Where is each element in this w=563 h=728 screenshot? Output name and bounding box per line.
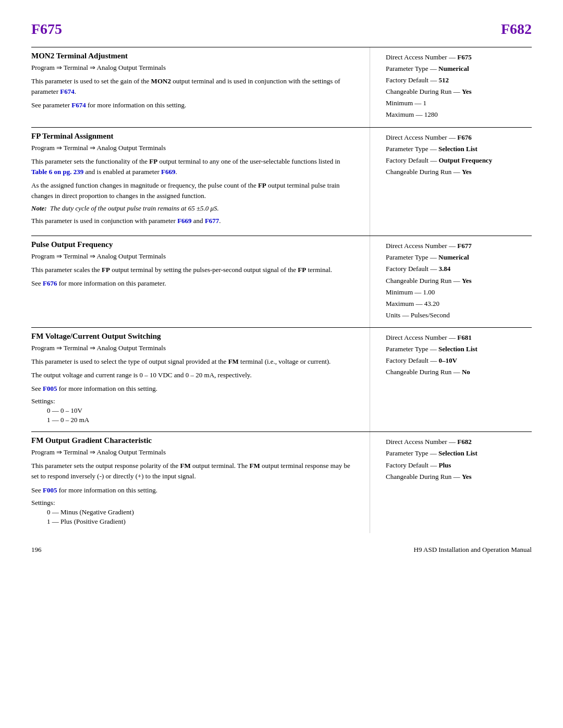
minimum-value: 1.00 bbox=[423, 288, 435, 296]
page: F675 F682 MON2 Terminal AdjustmentProgra… bbox=[0, 0, 563, 728]
param-type-label: Parameter Type — bbox=[386, 65, 438, 72]
section-subtitle-fmgradient: Program ⇒ Terminal ⇒ Analog Output Termi… bbox=[31, 448, 354, 456]
param-type-label: Parameter Type — bbox=[386, 345, 438, 353]
body-para-fmgradient-0: This parameter sets the output response … bbox=[31, 461, 354, 482]
section-pulse: Pulse Output FrequencyProgram ⇒ Terminal… bbox=[31, 236, 532, 327]
section-title-fmgradient: FM Output Gradient Characteristic bbox=[31, 436, 354, 445]
factory-default-label: Factory Default — bbox=[386, 156, 438, 164]
header-left: F675 bbox=[31, 21, 62, 38]
settings-item-fmgradient-0: 0 — Minus (Negative Gradient) bbox=[47, 508, 354, 516]
section-right-pulse: Direct Access Number — F677Parameter Typ… bbox=[370, 236, 532, 327]
footer-manual-title: H9 ASD Installation and Operation Manual bbox=[414, 546, 532, 554]
section-fp: FP Terminal AssignmentProgram ⇒ Terminal… bbox=[31, 127, 532, 236]
body-para-fm-2: See F005 for more information on this se… bbox=[31, 384, 354, 394]
settings-label-fmgradient: Settings: bbox=[31, 499, 354, 507]
section-right-fp: Direct Access Number — F676Parameter Typ… bbox=[370, 128, 532, 236]
direct-access-label: Direct Access Number — bbox=[386, 334, 457, 341]
direct-access-label: Direct Access Number — bbox=[386, 133, 457, 141]
section-mon2: MON2 Terminal AdjustmentProgram ⇒ Termin… bbox=[31, 47, 532, 127]
factory-default-label: Factory Default — bbox=[386, 356, 438, 364]
section-subtitle-mon2: Program ⇒ Terminal ⇒ Analog Output Termi… bbox=[31, 64, 354, 72]
factory-default-label: Factory Default — bbox=[386, 76, 438, 84]
direct-access-value: F676 bbox=[457, 133, 471, 141]
changeable-run-label: Changeable During Run — bbox=[386, 368, 462, 376]
factory-default-value: 512 bbox=[438, 76, 449, 84]
changeable-run-value: Yes bbox=[462, 473, 472, 480]
maximum-label: Maximum — bbox=[386, 110, 424, 118]
body-para-fm-1: The output voltage and current range is … bbox=[31, 370, 354, 380]
body-para-fp-3: This parameter is used in conjunction wi… bbox=[31, 216, 354, 226]
changeable-run-value: No bbox=[462, 368, 470, 376]
body-para-mon2-0: This parameter is used to set the gain o… bbox=[31, 76, 354, 97]
param-type-value: Numerical bbox=[438, 253, 469, 261]
body-para-fmgradient-1: See F005 for more information on this se… bbox=[31, 485, 354, 496]
changeable-run-value: Yes bbox=[462, 277, 472, 285]
param-type-label: Parameter Type — bbox=[386, 145, 438, 153]
page-header: F675 F682 bbox=[31, 21, 532, 38]
section-title-fm: FM Voltage/Current Output Switching bbox=[31, 332, 354, 341]
section-title-pulse: Pulse Output Frequency bbox=[31, 240, 354, 249]
param-type-label: Parameter Type — bbox=[386, 253, 438, 261]
changeable-run-value: Yes bbox=[462, 168, 472, 176]
body-para-fp-0: This parameter sets the functionality of… bbox=[31, 156, 354, 177]
changeable-run-label: Changeable During Run — bbox=[386, 88, 462, 95]
factory-default-label: Factory Default — bbox=[386, 265, 438, 273]
direct-access-label: Direct Access Number — bbox=[386, 438, 457, 446]
changeable-run-value: Yes bbox=[462, 88, 472, 95]
param-type-label: Parameter Type — bbox=[386, 449, 438, 457]
settings-label-fm: Settings: bbox=[31, 397, 354, 405]
minimum-label: Minimum — bbox=[386, 288, 423, 296]
param-type-value: Selection List bbox=[438, 345, 478, 353]
changeable-run-label: Changeable During Run — bbox=[386, 473, 462, 480]
factory-default-value: 0–10V bbox=[438, 356, 457, 364]
factory-default-value: Output Frequency bbox=[438, 156, 492, 164]
footer-page-number: 196 bbox=[31, 546, 42, 554]
direct-access-value: F677 bbox=[457, 242, 471, 250]
note-line-fp-2: Note: The duty cycle of the output pulse… bbox=[31, 204, 354, 213]
param-type-value: Selection List bbox=[438, 145, 478, 153]
section-right-fmgradient: Direct Access Number — F682Parameter Typ… bbox=[370, 432, 532, 533]
direct-access-label: Direct Access Number — bbox=[386, 53, 457, 61]
body-para-pulse-1: See F676 for more information on this pa… bbox=[31, 278, 354, 289]
section-fmgradient: FM Output Gradient CharacteristicProgram… bbox=[31, 431, 532, 533]
body-para-mon2-1: See parameter F674 for more information … bbox=[31, 100, 354, 110]
factory-default-label: Factory Default — bbox=[386, 461, 438, 469]
section-subtitle-pulse: Program ⇒ Terminal ⇒ Analog Output Termi… bbox=[31, 252, 354, 261]
factory-default-value: Plus bbox=[438, 461, 451, 469]
section-fm: FM Voltage/Current Output SwitchingProgr… bbox=[31, 327, 532, 431]
section-title-mon2: MON2 Terminal Adjustment bbox=[31, 52, 354, 60]
factory-default-value: 3.84 bbox=[438, 265, 450, 273]
body-para-fp-1: As the assigned function changes in magn… bbox=[31, 180, 354, 201]
header-right: F682 bbox=[501, 21, 532, 38]
direct-access-value: F681 bbox=[457, 334, 471, 341]
minimum-label: Minimum — bbox=[386, 99, 423, 107]
direct-access-label: Direct Access Number — bbox=[386, 242, 457, 250]
changeable-run-label: Changeable During Run — bbox=[386, 168, 462, 176]
minimum-value: 1 bbox=[423, 99, 427, 107]
section-left-pulse: Pulse Output FrequencyProgram ⇒ Terminal… bbox=[31, 236, 370, 327]
section-right-fm: Direct Access Number — F681Parameter Typ… bbox=[370, 328, 532, 431]
body-para-fm-0: This parameter is used to select the typ… bbox=[31, 356, 354, 367]
section-title-fp: FP Terminal Assignment bbox=[31, 132, 354, 141]
section-left-fm: FM Voltage/Current Output SwitchingProgr… bbox=[31, 328, 370, 431]
section-left-mon2: MON2 Terminal AdjustmentProgram ⇒ Termin… bbox=[31, 47, 370, 127]
direct-access-value: F682 bbox=[457, 438, 471, 446]
section-subtitle-fm: Program ⇒ Terminal ⇒ Analog Output Termi… bbox=[31, 344, 354, 352]
param-type-value: Selection List bbox=[438, 449, 478, 457]
section-left-fp: FP Terminal AssignmentProgram ⇒ Terminal… bbox=[31, 128, 370, 236]
settings-item-fm-0: 0 — 0 – 10V bbox=[47, 406, 354, 415]
section-left-fmgradient: FM Output Gradient CharacteristicProgram… bbox=[31, 432, 370, 533]
maximum-value: 43.20 bbox=[424, 300, 439, 307]
section-right-mon2: Direct Access Number — F675Parameter Typ… bbox=[370, 47, 532, 127]
direct-access-value: F675 bbox=[457, 53, 471, 61]
maximum-label: Maximum — bbox=[386, 300, 424, 307]
changeable-run-label: Changeable During Run — bbox=[386, 277, 462, 285]
units-value: Pulses/Second bbox=[411, 311, 450, 319]
maximum-value: 1280 bbox=[424, 110, 438, 118]
body-para-pulse-0: This parameter scales the FP output term… bbox=[31, 265, 354, 275]
param-type-value: Numerical bbox=[438, 65, 469, 72]
page-footer: 196 H9 ASD Installation and Operation Ma… bbox=[31, 546, 532, 554]
settings-item-fmgradient-1: 1 — Plus (Positive Gradient) bbox=[47, 517, 354, 526]
settings-item-fm-1: 1 — 0 – 20 mA bbox=[47, 416, 354, 424]
content-area: MON2 Terminal AdjustmentProgram ⇒ Termin… bbox=[31, 47, 532, 533]
